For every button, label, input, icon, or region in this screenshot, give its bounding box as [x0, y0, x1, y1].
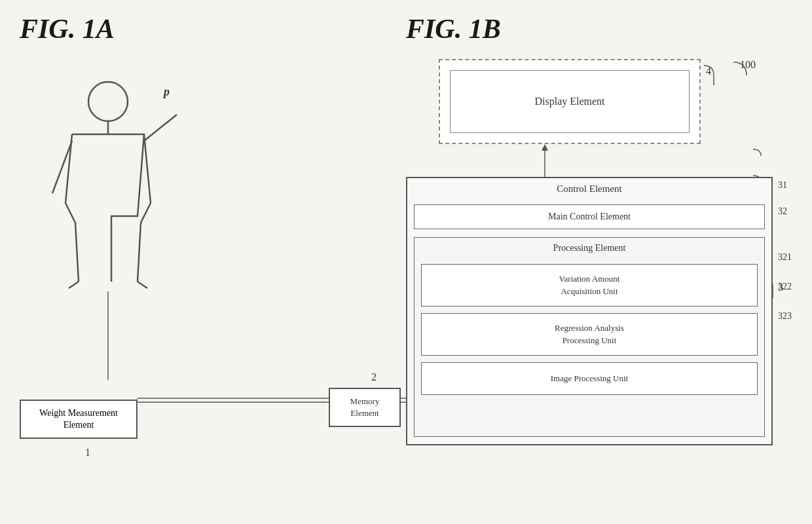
variation-amount-box: Variation AmountAcquisition Unit [421, 264, 758, 307]
memory-element-box: MemoryElement [329, 388, 401, 427]
svg-line-5 [141, 203, 151, 223]
label-2: 2 [371, 371, 377, 383]
svg-marker-18 [542, 144, 548, 151]
label-p: p [164, 85, 170, 99]
svg-line-2 [65, 134, 72, 203]
svg-line-9 [52, 141, 72, 193]
processing-outer-box: Processing Element Variation AmountAcqui… [414, 237, 765, 437]
label-321: 321 [778, 252, 792, 263]
main-control-box: Main Control Element [414, 204, 765, 229]
svg-line-8 [144, 115, 177, 141]
fig-1b-title: FIG. 1B [406, 13, 501, 45]
label-100: 100 [740, 59, 756, 71]
svg-line-3 [144, 134, 151, 203]
image-processing-box: Image Processing Unit [421, 362, 758, 395]
svg-line-11 [138, 282, 147, 288]
fig-1a-title: FIG. 1A [20, 13, 115, 45]
label-31: 31 [778, 180, 787, 191]
svg-line-10 [69, 282, 79, 288]
display-element-box: Display Element [450, 70, 690, 133]
label-322: 322 [778, 282, 792, 292]
control-element-label: Control Element [407, 183, 771, 195]
label-32: 32 [778, 206, 787, 217]
svg-line-6 [75, 223, 79, 282]
label-323: 323 [778, 311, 792, 322]
control-outer-box: Control Element Main Control Element Pro… [406, 177, 773, 445]
svg-point-0 [88, 82, 128, 121]
label-4: 4 [706, 66, 711, 77]
svg-line-4 [65, 203, 75, 223]
processing-element-label: Processing Element [415, 243, 764, 253]
weight-measurement-box: Weight MeasurementElement [20, 400, 138, 439]
regression-analysis-box: Regression AnalysisProcessing Unit [421, 313, 758, 356]
display-element-label: Display Element [534, 96, 604, 107]
label-1: 1 [85, 447, 90, 458]
svg-line-7 [138, 223, 141, 282]
display-outer-box: Display Element [439, 59, 701, 144]
page: FIG. 1A FIG. 1B [0, 0, 812, 524]
